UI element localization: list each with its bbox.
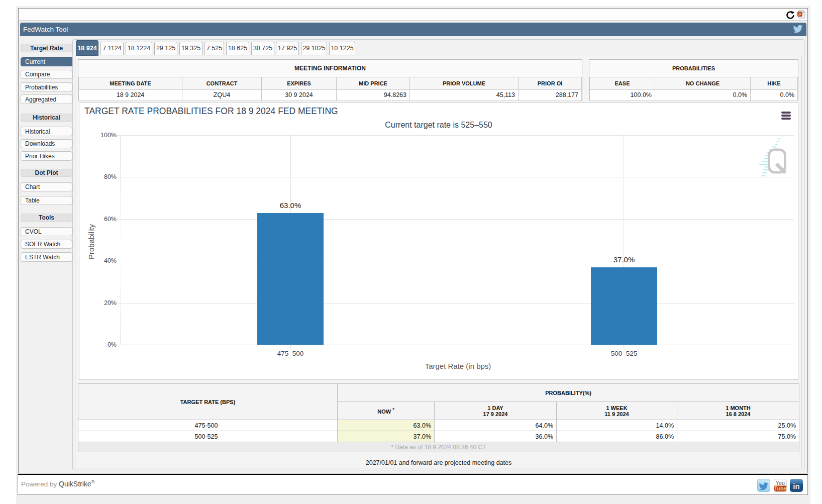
svg-text:in: in xyxy=(793,482,799,490)
svg-text:Tube: Tube xyxy=(774,485,786,491)
